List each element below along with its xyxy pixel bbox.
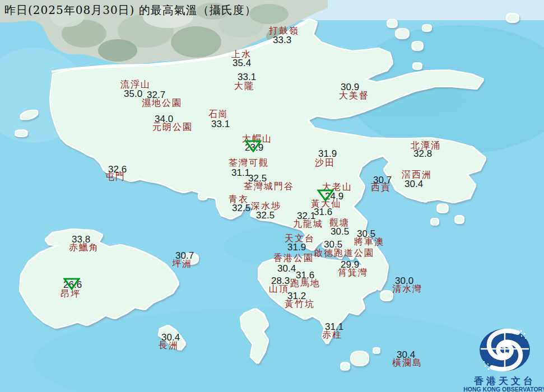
station-name-label: 荃灣可觀 [229, 158, 269, 167]
station-name-label: 沙田 [315, 158, 335, 167]
hko-logo-chinese-name: 香港天文台 [473, 375, 536, 386]
station-value-label: 31.1 [231, 169, 250, 178]
station-name-label: 大隴 [234, 82, 254, 91]
station-value-label: 31.9 [287, 243, 306, 252]
station-value-label: 32.8 [413, 150, 432, 158]
station-name-label: 荃灣城門谷 [244, 182, 294, 191]
low-temperature-triangle-marker [317, 189, 334, 204]
station-name-label: 天文台 [285, 234, 315, 243]
station-value-label: 32.5 [256, 211, 275, 220]
station-name-label: 屯門 [105, 172, 125, 181]
station-name-label: 上水 [231, 50, 252, 59]
station-name-label: 元朗公園 [152, 123, 193, 132]
station-name-label: 北潭涌 [411, 141, 441, 150]
low-temperature-triangle-marker [63, 277, 80, 293]
station-value-label: 33.3 [273, 36, 291, 45]
low-temperature-triangle-marker [245, 139, 262, 155]
hong-kong-map: 香港天文台 HONG KONG OBSERVATORY [0, 0, 544, 392]
map-title: 昨日(2025年08月30日) 的最高氣溫（攝氏度） [4, 3, 257, 18]
station-value-label: 35.4 [233, 59, 251, 68]
hko-logo-english-name: HONG KONG OBSERVATORY [463, 386, 544, 392]
station-value-label: 33.1 [211, 120, 230, 129]
station-name-label: 赤鱲角 [69, 243, 99, 252]
station-name-label: 跑馬地 [290, 279, 320, 288]
station-name-label: 將軍澳 [354, 237, 384, 246]
station-name-label: 青衣 [229, 195, 249, 204]
station-name-label: 坪洲 [172, 259, 192, 268]
station-name-label: 流浮山 [120, 80, 151, 89]
station-value-label: 30.4 [277, 264, 296, 273]
station-name-label: 赤柱 [322, 330, 342, 339]
station-name-label: 橫瀾島 [392, 358, 422, 367]
station-name-label: 深水埗 [251, 202, 281, 211]
station-name-label: 滘西洲 [402, 170, 432, 179]
station-name-label: 濕地公園 [142, 99, 182, 108]
temperature-map: 香港天文台 HONG KONG OBSERVATORY 昨日(2025年08月3… [0, 0, 544, 392]
station-name-label: 大美督 [339, 91, 369, 100]
station-name-label: 山頂 [269, 284, 289, 293]
station-name-label: 黃竹坑 [285, 300, 315, 309]
station-name-label: 九龍城 [293, 220, 323, 228]
station-name-label: 石崗 [208, 110, 229, 119]
station-value-label: 31.6 [314, 208, 332, 217]
station-value-label: 30.5 [331, 227, 349, 236]
station-name-label: 啟德跑道公園 [314, 249, 374, 258]
station-name-label: 筲箕灣 [338, 268, 368, 277]
station-name-label: 清水灣 [392, 284, 422, 293]
station-value-label: 35.0 [124, 90, 142, 99]
station-name-label: 長洲 [159, 341, 179, 350]
station-name-label: 西貢 [371, 183, 391, 192]
station-value-label: 30.4 [404, 180, 423, 189]
station-name-label: 香港公園 [273, 254, 314, 263]
station-name-label: 觀塘 [329, 218, 350, 227]
station-value-label: 32.5 [232, 204, 250, 213]
station-name-label: 打鼓嶺 [269, 26, 299, 35]
